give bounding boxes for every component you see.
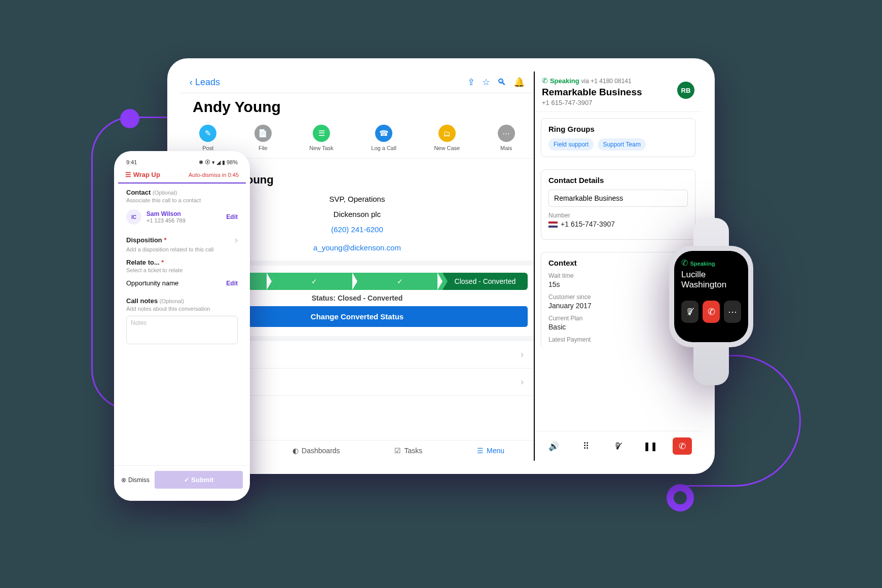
gauge-icon: ◐ [292,447,299,455]
hangup-button[interactable]: ✆ [673,437,692,455]
chevron-right-icon[interactable]: › [235,235,238,245]
contact-section-sub: Associate this call to a contact [126,197,238,203]
menu-icon: ☰ [477,447,484,455]
search-icon[interactable]: 🔍︎ [497,77,506,88]
back-button[interactable]: ‹ Leads [190,77,220,88]
watch-caller-name: Lucille Washington [681,270,741,289]
contact-details-title: Contact Details [548,176,688,185]
star-icon[interactable]: ☆ [482,77,490,88]
watch-more-button[interactable]: ⋯ [724,301,741,323]
quick-action-mais[interactable]: ⋯Mais [498,125,515,151]
caller-number: +1 615-747-3907 [542,99,694,106]
us-flag-icon [548,222,558,228]
quick-action-new-case[interactable]: 🗂New Case [434,125,460,151]
quick-action-log-a-call[interactable]: ☎Log a Call [371,125,396,151]
status-icons: ✱ ⦿ ▾ ◢ ▮ 98% [199,159,238,166]
ring-group-chip[interactable]: Support Team [598,138,646,151]
call-control-bar: 🔊 ⠿ 🎙︎̸ ❚❚ ✆ [535,431,702,461]
auto-dismiss-timer: Auto-dismiss in 0:45 [189,172,239,178]
share-icon[interactable]: ⇪ [467,77,475,88]
contact-row[interactable]: IC Sam Wilson +1 123 456 789 Edit [118,204,246,230]
quick-action-file[interactable]: 📄File [254,125,272,151]
phone-active-icon: ✆ [542,77,548,85]
crm-header: ‹ Leads ⇪ ☆ 🔍︎ 🔔 [180,71,534,93]
watch-case: ✆ Speaking Lucille Washington 🎙︎̸ ✆ ⋯ [669,246,753,347]
disposition-title: Disposition * [126,236,235,244]
call-header: ✆ Speaking via +1 4180 08141 Remarkable … [535,71,702,112]
pipeline-stage[interactable]: ✓ [272,273,357,290]
phone-active-icon: ✆ [681,259,688,267]
decor-orb-left [120,109,139,128]
quick-action-label: New Task [309,145,333,151]
quick-action-label: Log a Call [371,145,396,151]
notes-textarea[interactable]: Notes [126,316,238,344]
notes-title: Call notes (Optional) [126,297,184,305]
contact-number: +1 123 456 789 [146,217,186,224]
relate-title: Relate to... * [126,259,164,266]
watch-status: ✆ Speaking [681,258,741,268]
quick-action-label: Mais [500,145,512,151]
submit-button[interactable]: ✓ Submit [155,471,243,489]
status-time: 9:41 [126,159,137,166]
contact-avatar: IC [126,209,141,225]
quick-action-post[interactable]: ✎Post [199,125,216,151]
ring-group-chip[interactable]: Field support [548,138,594,151]
pipeline-stage[interactable]: ✓ [357,273,443,290]
watch-screen: ✆ Speaking Lucille Washington 🎙︎̸ ✆ ⋯ [674,251,748,342]
phone-frame: 9:41 ✱ ⦿ ▾ ◢ ▮ 98% ☰ Wrap Up Auto-dismis… [114,151,250,501]
contact-name: Sam Wilson [146,210,186,217]
disposition-sub: Add a disposition related to this call [126,246,238,252]
quick-action-icon: ⋯ [498,125,515,142]
quick-action-label: New Case [434,145,460,151]
opportunity-label: Opportunity name [126,279,226,287]
pipeline-stage[interactable]: Closed - Converted [443,273,528,290]
mute-button[interactable]: 🎙︎̸ [609,437,628,455]
decor-orb-right [667,484,694,511]
quick-action-icon: 🗂 [438,125,456,142]
phone-header: ☰ Wrap Up Auto-dismiss in 0:45 [118,166,246,183]
quick-action-label: File [259,145,268,151]
nav-tasks[interactable]: ☑Tasks [394,447,422,455]
contact-section-title: Contact (Optional) [126,189,177,196]
wrapup-tab[interactable]: ☰ Wrap Up [125,171,160,178]
back-label: Leads [195,77,220,87]
ring-group-chips: Field supportSupport Team [548,138,688,151]
nav-menu[interactable]: ☰Menu [477,447,504,455]
call-via: via +1 4180 08141 [581,78,632,85]
pause-button[interactable]: ❚❚ [641,437,660,455]
quick-action-new-task[interactable]: ☰New Task [309,125,333,151]
chevron-right-icon: › [521,349,524,360]
watch-mute-button[interactable]: 🎙︎̸ [681,301,699,323]
dismiss-button[interactable]: ⊗ Dismiss [121,476,150,484]
opportunity-row[interactable]: Opportunity name Edit [118,274,246,292]
record-title: Andy Young [180,93,534,121]
watch-frame: ✆ Speaking Lucille Washington 🎙︎̸ ✆ ⋯ [654,218,768,385]
checklist-icon: ☑ [394,447,401,455]
contact-edit-link[interactable]: Edit [226,213,238,220]
company-field[interactable]: Remarkable Business [548,190,688,207]
nav-dashboards[interactable]: ◐Dashboards [292,447,340,455]
ring-groups-title: Ring Groups [548,125,688,133]
quick-action-icon: ✎ [199,125,216,142]
dialpad-button[interactable]: ⠿ [576,437,596,455]
phone-statusbar: 9:41 ✱ ⦿ ▾ ◢ ▮ 98% [118,159,246,166]
bell-icon[interactable]: 🔔 [513,77,525,88]
quick-action-icon: 📄 [254,125,272,142]
quick-action-icon: ☰ [313,125,330,142]
phone-footer: ⊗ Dismiss ✓ Submit [114,465,250,494]
quick-action-icon: ☎ [375,125,392,142]
opportunity-edit-link[interactable]: Edit [226,280,238,287]
call-status: Speaking [550,77,579,85]
ring-groups-card: Ring Groups Field supportSupport Team [541,118,695,157]
caller-avatar: RB [677,82,694,99]
notes-sub: Add notes about this conversation [126,306,238,312]
speaker-button[interactable]: 🔊 [544,437,564,455]
watch-hangup-button[interactable]: ✆ [703,301,720,323]
caller-name: Remarkable Business [542,87,694,98]
quick-action-label: Post [202,145,213,151]
chevron-right-icon: › [521,377,524,387]
relate-sub: Select a ticket to relate [126,267,238,273]
